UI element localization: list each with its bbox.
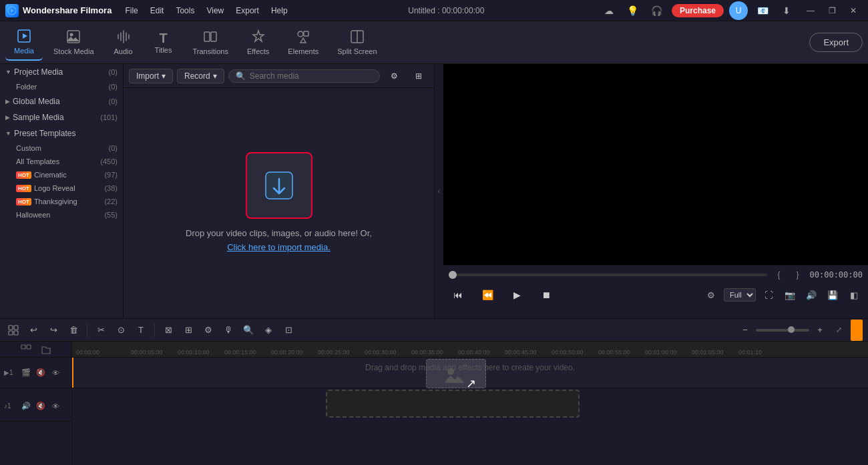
minimize-button[interactable]: — [801, 1, 820, 20]
progress-handle[interactable] [449, 271, 457, 279]
step-back-button[interactable]: ⏮ [449, 286, 467, 304]
zoom-out-button[interactable]: − [737, 322, 753, 338]
audio-mute-button[interactable]: 🔇 [35, 400, 47, 412]
settings-preview-button[interactable]: ⚙ [702, 286, 720, 304]
import-label: Import [136, 71, 159, 81]
ruler-mark-110: 00:01:10 [736, 349, 776, 356]
section-sample-media[interactable]: ▶ Sample Media (101) [0, 109, 123, 125]
ruler-mark-30: 00:00:30:00 [362, 349, 409, 356]
cinematic-label: Cinematic [34, 171, 67, 179]
import-button[interactable]: Import ▾ [129, 69, 173, 83]
quality-select[interactable]: Full 1/2 1/4 [724, 288, 756, 302]
pip-button[interactable]: ⊡ [280, 322, 296, 338]
mark-in-button[interactable]: ◧ [845, 286, 863, 304]
panel-collapse-arrow[interactable]: ‹ [434, 64, 443, 318]
menu-help[interactable]: Help [266, 5, 293, 17]
tool-transitions[interactable]: Transitions [185, 25, 236, 61]
close-button[interactable]: ✕ [844, 1, 863, 20]
svg-rect-18 [21, 345, 25, 349]
purchase-button[interactable]: Purchase [672, 4, 724, 17]
menu-view[interactable]: View [201, 5, 229, 17]
bulb-icon[interactable]: 💡 [624, 1, 642, 20]
timeline-cursor [851, 320, 863, 341]
section-project-media[interactable]: ▼ Project Media (0) [0, 64, 123, 80]
tool-titles[interactable]: T Titles [145, 25, 182, 61]
svg-rect-15 [14, 326, 18, 330]
app-logo-icon [5, 4, 19, 17]
export-button[interactable]: Export [809, 33, 863, 52]
menu-export[interactable]: Export [230, 5, 264, 17]
sidebar-item-halloween[interactable]: Halloween (55) [0, 208, 123, 221]
undo-button[interactable]: ↩ [25, 322, 41, 338]
audio-preview-button[interactable]: 🔊 [803, 286, 820, 304]
notifications-icon[interactable]: 📧 [753, 1, 772, 20]
sidebar-item-custom[interactable]: Custom (0) [0, 141, 123, 155]
import-link[interactable]: Click here to import media. [227, 242, 331, 252]
delete-button[interactable]: 🗑 [65, 322, 81, 338]
redo-button[interactable]: ↪ [45, 322, 61, 338]
headset-icon[interactable]: 🎧 [648, 1, 666, 20]
user-avatar[interactable]: U [729, 1, 748, 20]
fit-timeline-button[interactable]: ⤢ [831, 322, 847, 338]
sidebar-item-folder[interactable]: Folder (0) [0, 80, 123, 93]
video-track-icon[interactable]: 🎬 [20, 367, 32, 379]
tool-audio[interactable]: Audio [105, 25, 142, 61]
record-button[interactable]: Record ▾ [177, 69, 224, 83]
left-panel: ▼ Project Media (0) Folder (0) ▶ Global … [0, 64, 124, 318]
maximize-button[interactable]: ❐ [823, 1, 841, 20]
fullscreen-button[interactable]: ⛶ [760, 286, 777, 304]
audio-lock-button[interactable]: 👁 [49, 400, 61, 412]
track-controls: ▶1 🎬 🔇 👁 ♪1 🔊 🔇 👁 [0, 342, 72, 465]
zoom-handle[interactable] [788, 326, 795, 333]
section-preset-templates[interactable]: ▼ Preset Templates [0, 125, 123, 141]
play-button[interactable]: ▶ [507, 286, 526, 304]
filter-button[interactable]: ⚙ [384, 69, 405, 83]
video-mute-button[interactable]: 🔇 [35, 367, 47, 379]
add-track-button[interactable] [5, 322, 21, 338]
zoom-in-button[interactable]: + [812, 322, 828, 338]
add-folder-track[interactable] [39, 342, 53, 357]
menu-tools[interactable]: Tools [170, 5, 200, 17]
crop-tool-button[interactable]: ⊞ [180, 322, 196, 338]
tool-effects[interactable]: Effects [239, 25, 277, 61]
section-global-media[interactable]: ▶ Global Media (0) [0, 93, 123, 109]
tool-media[interactable]: Media [5, 25, 43, 61]
snapshot-button[interactable]: 📷 [781, 286, 799, 304]
timeline-playhead[interactable] [72, 358, 73, 388]
menu-edit[interactable]: Edit [145, 5, 170, 17]
tool-elements[interactable]: Elements [280, 25, 327, 61]
zoom-track[interactable] [756, 329, 809, 332]
search-bar[interactable]: 🔍 [228, 69, 380, 83]
audio-track-button[interactable]: 🎙 [220, 322, 236, 338]
menu-file[interactable]: File [120, 5, 143, 17]
tool-stock[interactable]: Stock Media [45, 25, 102, 61]
sidebar-item-cinematic[interactable]: HOT Cinematic (97) [0, 168, 123, 181]
sidebar-item-thanksgiving[interactable]: HOT Thanksgiving (22) [0, 195, 123, 208]
main-toolbar: Media Stock Media Audio T Titles Transit… [0, 21, 868, 64]
grid-view-button[interactable]: ⊞ [409, 69, 429, 83]
folder-count: (0) [109, 83, 118, 91]
sidebar-item-logo-reveal[interactable]: HOT Logo Reveal (38) [0, 181, 123, 195]
save-frame-button[interactable]: 💾 [824, 286, 841, 304]
cloud-icon[interactable]: ☁ [600, 1, 618, 20]
speed-button[interactable]: ⚙ [200, 322, 216, 338]
detector-button[interactable]: 🔍 [240, 322, 256, 338]
download-icon[interactable]: ⬇ [777, 1, 796, 20]
video-lock-button[interactable]: 👁 [49, 367, 61, 379]
sidebar-item-all-templates[interactable]: All Templates (450) [0, 155, 123, 168]
trim-button[interactable]: ⊠ [160, 322, 176, 338]
add-video-track[interactable] [19, 342, 33, 357]
out-point-button[interactable]: } [791, 268, 805, 282]
search-input[interactable] [250, 71, 373, 81]
text-tool-button[interactable]: T [133, 322, 149, 338]
search-icon: 🔍 [236, 71, 246, 81]
cut-button[interactable]: ✂ [93, 322, 109, 338]
progress-track[interactable] [449, 274, 767, 276]
audio-volume-button[interactable]: 🔊 [20, 400, 32, 412]
composite-button[interactable]: ◈ [260, 322, 276, 338]
in-point-button[interactable]: { [773, 268, 786, 282]
frame-back-button[interactable]: ⏪ [478, 286, 497, 304]
tool-split[interactable]: Split Screen [329, 25, 385, 61]
stop-button[interactable]: ⏹ [537, 286, 556, 304]
group-button[interactable]: ⊙ [113, 322, 129, 338]
